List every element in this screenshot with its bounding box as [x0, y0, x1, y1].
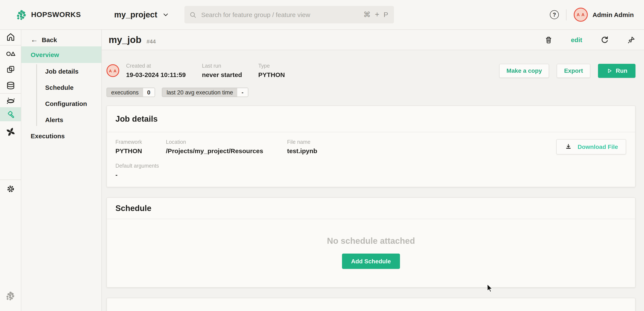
back-button[interactable]: ← Back: [21, 34, 101, 45]
download-file-button[interactable]: Download File: [556, 139, 626, 154]
job-meta-row: A A Created at 19-03-2024 10:11:59 Last …: [106, 63, 636, 78]
sidebar-item-schedule[interactable]: Schedule: [21, 79, 101, 95]
hopsworks-footer-hop-icon: [6, 291, 15, 301]
sidebar-item-overview[interactable]: Overview: [21, 46, 101, 63]
run-button[interactable]: Run: [598, 64, 636, 78]
job-owner-avatar: A A: [106, 64, 119, 77]
page-title: my_job: [108, 34, 142, 45]
edit-link[interactable]: edit: [571, 36, 582, 43]
search-icon: [190, 11, 196, 18]
next-section-card: [106, 298, 636, 311]
job-overview-scroll: A A Created at 19-03-2024 10:11:59 Last …: [102, 50, 644, 311]
hopsworks-hop-icon: [16, 9, 27, 20]
schedule-empty-state: No schedule attached Add Schedule: [107, 219, 635, 287]
user-avatar[interactable]: A A: [574, 8, 588, 22]
no-schedule-text: No schedule attached: [327, 236, 415, 246]
project-selector[interactable]: my_project: [114, 10, 169, 19]
download-icon: [564, 143, 572, 151]
pin-icon[interactable]: [627, 35, 636, 44]
feature-views-icon[interactable]: [5, 64, 16, 74]
sidebar-item-configuration[interactable]: Configuration: [21, 95, 101, 111]
home-icon[interactable]: [5, 32, 16, 42]
main-content: my_job #44 edit: [102, 30, 644, 311]
search-shortcuts: ⌘ + P: [363, 10, 388, 19]
icon-rail: [0, 30, 21, 311]
job-details-card-header: Job details: [107, 106, 635, 132]
plus-key-icon: +: [375, 10, 379, 19]
add-schedule-button[interactable]: Add Schedule: [342, 254, 400, 269]
export-button[interactable]: Export: [557, 64, 590, 78]
job-details-card: Job details Framework PYTHON Location /P…: [106, 105, 636, 187]
job-sidebar: ← Back Overview Job details Schedule Con…: [21, 30, 102, 311]
job-id-badge: #44: [146, 38, 156, 44]
feature-groups-icon[interactable]: [5, 48, 16, 58]
chevron-down-icon: [162, 11, 169, 18]
project-name: my_project: [114, 10, 158, 19]
meta-last-run: Last run never started: [202, 63, 242, 78]
make-a-copy-button[interactable]: Make a copy: [499, 64, 549, 78]
sidebar-subtree-line: [36, 64, 37, 126]
rail-divider: [0, 93, 21, 94]
user-name: Admin Admin: [592, 11, 634, 18]
delete-trash-icon[interactable]: [544, 35, 553, 44]
field-file-name: File name test.ipynb: [287, 139, 317, 154]
meta-created-at: Created at 19-03-2024 10:11:59: [126, 63, 186, 78]
p-key-icon: P: [384, 11, 388, 18]
help-icon[interactable]: ?: [550, 10, 559, 19]
settings-gear-icon[interactable]: [5, 184, 16, 194]
hopsworks-logo[interactable]: HOPSWORKS: [16, 9, 81, 20]
search-input[interactable]: [200, 11, 364, 19]
model-serving-icon[interactable]: [5, 96, 16, 106]
refresh-icon[interactable]: [600, 35, 609, 44]
sidebar-item-executions[interactable]: Executions: [21, 128, 101, 144]
meta-type: Type PYTHON: [258, 63, 285, 78]
job-header: my_job #44 edit: [102, 30, 644, 50]
brand-name: HOPSWORKS: [31, 10, 81, 19]
job-stat-badges: executions 0 last 20 avg execution time …: [106, 88, 636, 97]
play-icon: [606, 67, 612, 74]
executions-badge: executions 0: [106, 88, 155, 97]
sidebar-item-job-details[interactable]: Job details: [21, 63, 101, 79]
schedule-card-header: Schedule: [107, 198, 635, 219]
command-key-icon: ⌘: [363, 10, 370, 19]
global-search[interactable]: ⌘ + P: [185, 6, 394, 23]
rail-divider: [0, 45, 21, 45]
schedule-card: Schedule No schedule attached Add Schedu…: [106, 197, 636, 288]
rail-divider: [0, 180, 21, 180]
topbar: HOPSWORKS my_project ⌘ + P ? A A Admin A…: [0, 0, 644, 30]
storage-connectors-icon[interactable]: [5, 80, 16, 91]
sidebar-item-alerts[interactable]: Alerts: [21, 111, 101, 128]
jobs-hammer-icon: [6, 110, 15, 119]
field-default-arguments: Default arguments -: [116, 163, 626, 178]
field-framework: Framework PYTHON: [116, 139, 142, 154]
back-label: Back: [42, 36, 57, 43]
field-location: Location /Projects/my_project/Resources: [166, 139, 263, 154]
app-root: HOPSWORKS my_project ⌘ + P ? A A Admin A…: [0, 0, 644, 311]
topbar-divider: [566, 9, 566, 20]
airflow-pinwheel-icon[interactable]: [5, 127, 16, 137]
jobs-rail-item-active[interactable]: [0, 107, 21, 121]
back-arrow-icon: ←: [31, 36, 38, 43]
avg-execution-time-badge: last 20 avg execution time -: [162, 88, 248, 97]
